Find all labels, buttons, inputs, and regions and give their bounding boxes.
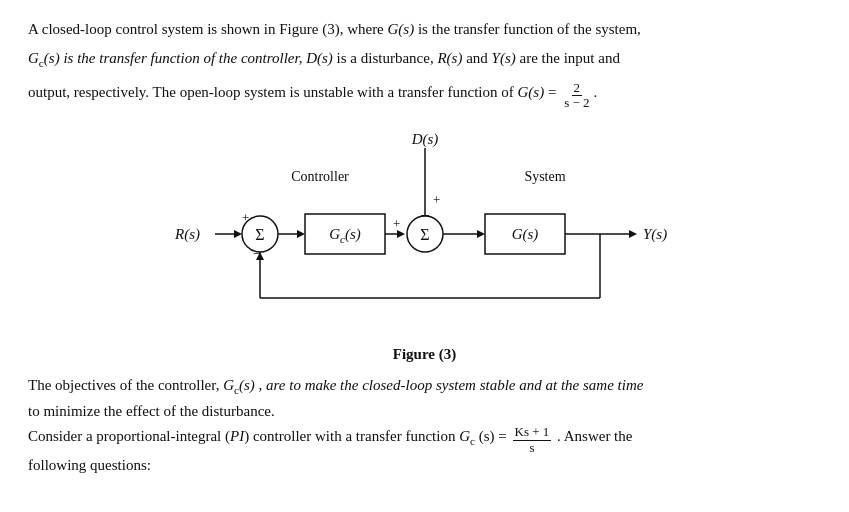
svg-text:G(s): G(s) xyxy=(511,226,538,243)
svg-marker-14 xyxy=(297,230,305,238)
svg-text:Σ: Σ xyxy=(420,226,429,243)
p1-l1-end: is the transfer function of the system, xyxy=(414,21,641,37)
bottom-line-1: The objectives of the controller, Gc(s) … xyxy=(28,373,821,399)
p3-start: output, respectively. The open-loop syst… xyxy=(28,84,517,100)
svg-text:Y(s): Y(s) xyxy=(643,226,667,243)
svg-marker-27 xyxy=(629,230,637,238)
svg-marker-23 xyxy=(477,230,485,238)
block-diagram-svg: D(s) + Controller System R(s) Σ + − Gc(s… xyxy=(145,126,705,336)
bottom-text: The objectives of the controller, Gc(s) … xyxy=(28,373,821,477)
svg-text:+: + xyxy=(433,192,440,207)
bottom-line-3: Consider a proportional-integral (PI) co… xyxy=(28,423,821,453)
bottom-line-2: to minimize the effect of the disturbanc… xyxy=(28,399,821,423)
svg-text:System: System xyxy=(524,169,565,184)
svg-text:R(s): R(s) xyxy=(174,226,200,243)
paragraph-3: output, respectively. The open-loop syst… xyxy=(28,79,821,109)
transfer-function-frac: 2 s − 2 xyxy=(562,81,591,111)
p1-l2-gc: Gc(s) is the transfer function of the co… xyxy=(28,50,620,66)
figure-label: Figure (3) xyxy=(28,346,821,363)
block-diagram-container: D(s) + Controller System R(s) Σ + − Gc(s… xyxy=(28,126,821,336)
svg-text:+: + xyxy=(242,210,249,225)
bottom-line-4: following questions: xyxy=(28,453,821,477)
paragraph-1: A closed-loop control system is shown in… xyxy=(28,18,821,41)
svg-text:+: + xyxy=(393,216,400,231)
svg-text:D(s): D(s) xyxy=(410,131,438,148)
pi-controller-frac: Ks + 1 s xyxy=(513,425,552,455)
p3-equals: = xyxy=(544,84,560,100)
svg-text:Σ: Σ xyxy=(255,226,264,243)
p1-l1-start: A closed-loop control system is shown in… xyxy=(28,21,388,37)
svg-text:Controller: Controller xyxy=(291,169,349,184)
p3-gs: G(s) xyxy=(517,84,544,100)
p1-gs: G(s) xyxy=(388,21,415,37)
svg-marker-18 xyxy=(397,230,405,238)
svg-marker-8 xyxy=(234,230,242,238)
paragraph-2: Gc(s) is the transfer function of the co… xyxy=(28,47,821,72)
